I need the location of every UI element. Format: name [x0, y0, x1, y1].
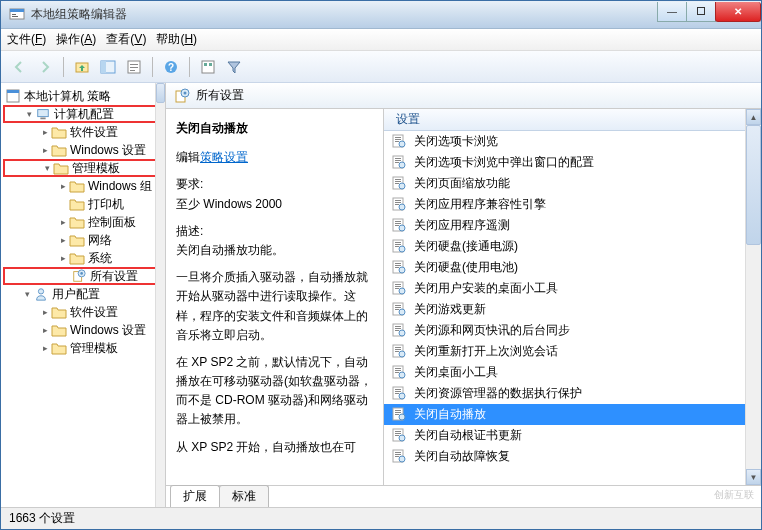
settings-list[interactable]: 关闭选项卡浏览关闭选项卡浏览中弹出窗口的配置关闭页面缩放功能关闭应用程序兼容性引… — [384, 131, 761, 485]
tree-root[interactable]: 本地计算机 策略 — [3, 87, 163, 105]
tree-expander-icon[interactable]: ▸ — [39, 145, 51, 155]
menu-help[interactable]: 帮助(H) — [156, 31, 197, 48]
tree-expander-icon[interactable]: ▸ — [57, 217, 69, 227]
list-item[interactable]: 关闭选项卡浏览 — [384, 131, 761, 152]
svg-point-23 — [38, 289, 43, 294]
folder-icon — [69, 178, 85, 194]
back-button[interactable] — [7, 55, 31, 79]
tree-expander-icon[interactable]: ▸ — [39, 343, 51, 353]
tree-expander-icon[interactable]: ▾ — [41, 163, 53, 173]
list-item-label: 关闭自动故障恢复 — [414, 448, 510, 465]
list-item[interactable]: 关闭应用程序遥测 — [384, 215, 761, 236]
tree-item[interactable]: ▸Windows 设置 — [3, 321, 163, 339]
svg-rect-3 — [12, 16, 18, 17]
svg-rect-43 — [395, 200, 401, 201]
svg-rect-104 — [395, 454, 401, 455]
tree-expander-icon[interactable]: ▾ — [23, 109, 35, 119]
svg-rect-100 — [395, 435, 399, 436]
svg-rect-54 — [395, 244, 401, 245]
tree-expander-icon[interactable]: ▸ — [57, 253, 69, 263]
body: 本地计算机 策略 ▾计算机配置▸软件设置▸Windows 设置▾管理模板▸Win… — [1, 83, 761, 507]
tree-item[interactable]: ▸Windows 组 — [3, 177, 163, 195]
tree-item[interactable]: ▸网络 — [3, 231, 163, 249]
list-item-label: 关闭应用程序遥测 — [414, 217, 510, 234]
tree-expander-icon[interactable]: ▸ — [39, 325, 51, 335]
close-button[interactable]: ✕ — [715, 2, 761, 22]
properties-button[interactable] — [122, 55, 146, 79]
window-title: 本地组策略编辑器 — [31, 6, 658, 23]
content-split: 关闭自动播放 编辑策略设置 要求: 至少 Windows 2000 描述: 关闭… — [166, 109, 761, 485]
svg-rect-90 — [395, 393, 399, 394]
list-item[interactable]: 关闭硬盘(接通电源) — [384, 236, 761, 257]
list-item[interactable]: 关闭应用程序兼容性引擎 — [384, 194, 761, 215]
list-scrollbar[interactable]: ▲ ▼ — [745, 109, 761, 485]
tree-expander-icon[interactable]: ▸ — [39, 307, 51, 317]
list-item[interactable]: 关闭资源管理器的数据执行保护 — [384, 383, 761, 404]
list-item[interactable]: 关闭选项卡浏览中弹出窗口的配置 — [384, 152, 761, 173]
tree-pane[interactable]: 本地计算机 策略 ▾计算机配置▸软件设置▸Windows 设置▾管理模板▸Win… — [1, 83, 166, 507]
list-header[interactable]: 设置 — [384, 109, 761, 131]
tree-item-label: 系统 — [88, 250, 112, 267]
tree-item[interactable]: ▸控制面板 — [3, 213, 163, 231]
svg-rect-69 — [395, 307, 401, 308]
titlebar[interactable]: 本地组策略编辑器 — ✕ — [1, 1, 761, 29]
tab-extended[interactable]: 扩展 — [170, 485, 220, 507]
up-button[interactable] — [70, 55, 94, 79]
list-item[interactable]: 关闭硬盘(使用电池) — [384, 257, 761, 278]
svg-point-96 — [399, 414, 405, 420]
svg-rect-39 — [395, 181, 401, 182]
tab-standard[interactable]: 标准 — [219, 485, 269, 507]
edit-policy-link[interactable]: 策略设置 — [200, 150, 248, 164]
svg-rect-88 — [395, 389, 401, 390]
policy-item-icon — [392, 428, 408, 444]
tree-item[interactable]: ▸Windows 设置 — [3, 141, 163, 159]
maximize-button[interactable] — [686, 2, 716, 22]
list-item[interactable]: 关闭自动故障恢复 — [384, 446, 761, 467]
forward-button[interactable] — [33, 55, 57, 79]
tree-item[interactable]: ▾用户配置 — [3, 285, 163, 303]
list-item[interactable]: 关闭源和网页快讯的后台同步 — [384, 320, 761, 341]
tree-item[interactable]: ▾管理模板 — [3, 159, 163, 177]
options-button[interactable] — [196, 55, 220, 79]
svg-point-66 — [399, 288, 405, 294]
list-item[interactable]: 关闭桌面小工具 — [384, 362, 761, 383]
separator — [189, 57, 190, 77]
svg-point-46 — [399, 204, 405, 210]
list-item-label: 关闭桌面小工具 — [414, 364, 498, 381]
list-item[interactable]: 关闭自动播放 — [384, 404, 761, 425]
tree-expander-icon[interactable]: ▸ — [57, 181, 69, 191]
svg-rect-89 — [395, 391, 401, 392]
menu-file[interactable]: 文件(F) — [7, 31, 46, 48]
content-title: 所有设置 — [196, 87, 244, 104]
list-item-label: 关闭自动播放 — [414, 406, 486, 423]
tree-expander-icon[interactable]: ▸ — [39, 127, 51, 137]
tree-item[interactable]: 打印机 — [3, 195, 163, 213]
svg-rect-14 — [204, 63, 207, 66]
tree-expander-icon[interactable]: ▾ — [21, 289, 33, 299]
list-item[interactable]: 关闭游戏更新 — [384, 299, 761, 320]
tree-item[interactable]: ▸软件设置 — [3, 123, 163, 141]
tree-item[interactable]: ▾计算机配置 — [3, 105, 163, 123]
tree-item[interactable]: ▸系统 — [3, 249, 163, 267]
help-button[interactable]: ? — [159, 55, 183, 79]
tree-expander-icon[interactable]: ▸ — [57, 235, 69, 245]
menu-view[interactable]: 查看(V) — [106, 31, 146, 48]
svg-rect-15 — [209, 63, 212, 66]
minimize-button[interactable]: — — [657, 2, 687, 22]
list-item-label: 关闭游戏更新 — [414, 301, 486, 318]
list-item[interactable]: 关闭自动根证书更新 — [384, 425, 761, 446]
description-p2: 一旦将介质插入驱动器，自动播放就开始从驱动器中进行读取操作。这样，程序的安装文件… — [176, 268, 373, 345]
list-item[interactable]: 关闭页面缩放功能 — [384, 173, 761, 194]
content-pane: 所有设置 关闭自动播放 编辑策略设置 要求: 至少 Windows 2000 描… — [166, 83, 761, 507]
filter-button[interactable] — [222, 55, 246, 79]
list-item[interactable]: 关闭用户安装的桌面小工具 — [384, 278, 761, 299]
tree-item[interactable]: ▸管理模板 — [3, 339, 163, 357]
folder-icon — [51, 304, 67, 320]
requirements: 要求: 至少 Windows 2000 — [176, 175, 373, 213]
menu-action[interactable]: 操作(A) — [56, 31, 96, 48]
tree-scrollbar[interactable] — [155, 83, 165, 507]
tree-item[interactable]: 所有设置 — [3, 267, 163, 285]
show-tree-button[interactable] — [96, 55, 120, 79]
tree-item[interactable]: ▸软件设置 — [3, 303, 163, 321]
list-item[interactable]: 关闭重新打开上次浏览会话 — [384, 341, 761, 362]
